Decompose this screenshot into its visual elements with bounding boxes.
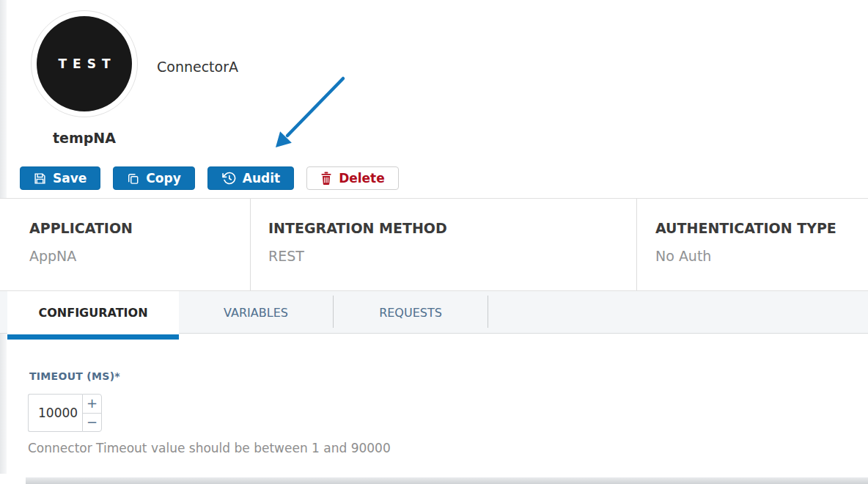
tab-variables-label: VARIABLES (224, 306, 288, 320)
authentication-type-label: AUTHENTICATION TYPE (655, 220, 868, 236)
copy-icon (127, 172, 139, 185)
copy-button-label: Copy (146, 171, 180, 186)
connector-avatar: TEST (31, 10, 138, 117)
audit-button[interactable]: Audit (207, 166, 294, 190)
trash-icon (320, 172, 332, 185)
application-value: AppNA (29, 248, 250, 264)
timeout-field-label: TIMEOUT (MS)* (29, 370, 120, 382)
save-button[interactable]: Save (20, 166, 100, 190)
integration-method-value: REST (268, 248, 636, 264)
tab-requests-label: REQUESTS (379, 306, 442, 320)
timeout-input[interactable] (28, 394, 82, 432)
tab-variables[interactable]: VARIABLES (179, 291, 333, 334)
increment-button[interactable]: + (83, 395, 101, 414)
copy-button[interactable]: Copy (113, 166, 194, 190)
timeout-spinner-group: + − (28, 394, 102, 432)
authentication-type-value: No Auth (655, 248, 868, 264)
minus-icon: − (87, 416, 98, 429)
summary-field-integration-method: INTEGRATION METHOD REST (251, 199, 637, 290)
annotation-arrow-icon (264, 72, 353, 154)
plus-icon: + (87, 397, 98, 410)
tab-divider (488, 296, 488, 328)
tab-configuration[interactable]: CONFIGURATION (7, 291, 179, 334)
tab-configuration-label: CONFIGURATION (38, 306, 147, 320)
delete-button-label: Delete (339, 171, 385, 186)
delete-button[interactable]: Delete (306, 166, 399, 190)
save-button-label: Save (53, 171, 87, 186)
tab-requests[interactable]: REQUESTS (334, 291, 488, 334)
toolbar: Save Copy Audit (20, 166, 399, 190)
connector-name: ConnectorA (157, 59, 238, 75)
timeout-helper-text: Connector Timeout value should be betwee… (28, 441, 391, 455)
audit-button-label: Audit (243, 171, 280, 186)
integration-method-label: INTEGRATION METHOD (268, 220, 636, 236)
decrement-button[interactable]: − (83, 414, 101, 432)
timeout-stepper: + − (82, 394, 102, 432)
horizontal-scrollbar-thumb[interactable] (26, 477, 868, 484)
tab-strip: CONFIGURATION VARIABLES REQUESTS (0, 291, 868, 340)
avatar-monogram: TEST (37, 16, 132, 111)
summary-field-application: APPLICATION AppNA (0, 199, 251, 290)
save-icon (34, 172, 46, 185)
template-name: tempNA (31, 130, 138, 146)
summary-field-authentication-type: AUTHENTICATION TYPE No Auth (637, 199, 868, 290)
summary-bar: APPLICATION AppNA INTEGRATION METHOD RES… (0, 198, 868, 291)
application-label: APPLICATION (29, 220, 250, 236)
audit-history-icon (221, 171, 236, 186)
